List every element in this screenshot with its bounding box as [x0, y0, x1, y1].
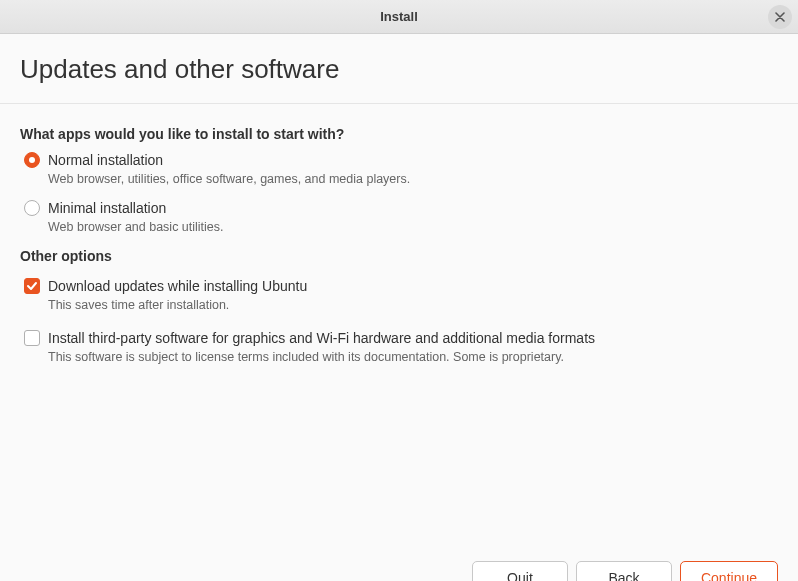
checkbox-icon — [24, 330, 40, 346]
checkbox-icon — [24, 278, 40, 294]
content-area: Updates and other software What apps wou… — [0, 34, 798, 364]
window-title: Install — [380, 9, 418, 24]
radio-icon — [24, 152, 40, 168]
close-icon — [775, 12, 785, 22]
continue-button[interactable]: Continue — [680, 561, 778, 581]
button-label: Back — [608, 570, 639, 581]
other-options-heading: Other options — [20, 248, 778, 264]
quit-button[interactable]: Quit — [472, 561, 568, 581]
radio-minimal-installation[interactable]: Minimal installation — [24, 200, 778, 216]
radio-normal-description: Web browser, utilities, office software,… — [48, 172, 778, 186]
back-button[interactable]: Back — [576, 561, 672, 581]
button-label: Quit — [507, 570, 533, 581]
checkbox-third-party-description: This software is subject to license term… — [48, 350, 778, 364]
radio-icon — [24, 200, 40, 216]
checkbox-label: Install third-party software for graphic… — [48, 330, 595, 346]
button-label: Continue — [701, 570, 757, 581]
checkbox-download-updates-description: This saves time after installation. — [48, 298, 778, 312]
page-title: Updates and other software — [20, 54, 778, 103]
radio-minimal-description: Web browser and basic utilities. — [48, 220, 778, 234]
install-type-question: What apps would you like to install to s… — [20, 126, 778, 142]
checkbox-download-updates[interactable]: Download updates while installing Ubuntu — [24, 278, 778, 294]
close-button[interactable] — [768, 5, 792, 29]
radio-normal-installation[interactable]: Normal installation — [24, 152, 778, 168]
checkbox-third-party[interactable]: Install third-party software for graphic… — [24, 330, 778, 346]
checkbox-label: Download updates while installing Ubuntu — [48, 278, 307, 294]
titlebar: Install — [0, 0, 798, 34]
radio-label: Normal installation — [48, 152, 163, 168]
radio-label: Minimal installation — [48, 200, 166, 216]
button-bar: Quit Back Continue — [472, 561, 778, 581]
separator — [0, 103, 798, 104]
